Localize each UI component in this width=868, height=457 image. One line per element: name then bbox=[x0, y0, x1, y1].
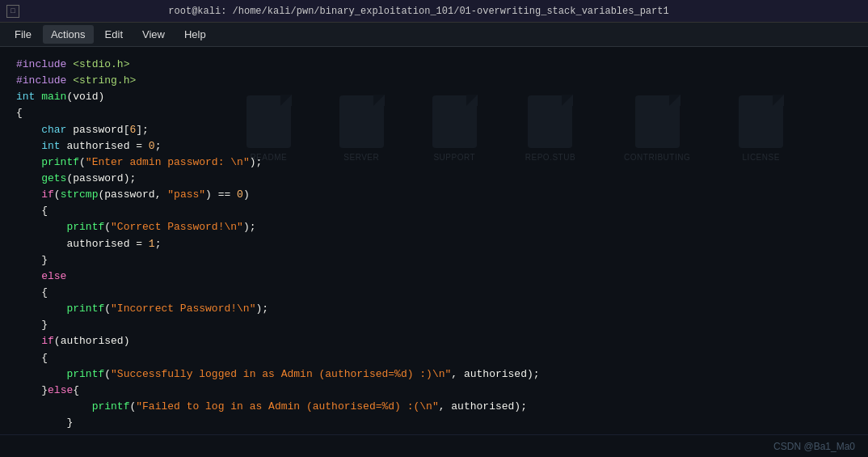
code-line-1: #include <stdio.h> bbox=[16, 57, 852, 73]
code-line-16: } bbox=[16, 252, 852, 269]
title-bar-title: root@kali: /home/kali/pwn/binary_exploit… bbox=[168, 6, 668, 17]
code-line-23: { bbox=[16, 350, 852, 366]
menu-item-edit[interactable]: Edit bbox=[97, 25, 131, 44]
menu-bar: File Actions Edit View Help bbox=[0, 23, 868, 47]
menu-item-help[interactable]: Help bbox=[176, 25, 214, 44]
menu-item-actions[interactable]: Actions bbox=[43, 25, 94, 44]
code-line-13: { bbox=[16, 203, 852, 219]
menu-item-view[interactable]: View bbox=[134, 25, 173, 44]
code-line-27: } bbox=[16, 415, 852, 431]
title-bar: □ root@kali: /home/kali/pwn/binary_explo… bbox=[0, 0, 868, 23]
code-line-24: printf("Successfully logged in as Admin … bbox=[16, 366, 852, 383]
code-line-26: printf("Failed to log in as Admin (autho… bbox=[16, 399, 852, 415]
code-line-9: printf("Enter admin password: \n"); bbox=[16, 154, 852, 171]
code-line-15: authorised = 1; bbox=[16, 236, 852, 252]
code-line-7: int authorised = 0; bbox=[16, 138, 852, 154]
code-line-12: if(strcmp(password, "pass") == 0) bbox=[16, 187, 852, 203]
code-line-18: { bbox=[16, 285, 852, 301]
title-bar-left: □ bbox=[6, 5, 24, 18]
code-line-20: } bbox=[16, 317, 852, 333]
menu-item-file[interactable]: File bbox=[6, 25, 40, 44]
footer-credit: CSDN @Ba1_Ma0 bbox=[773, 441, 855, 452]
code-line-22: if(authorised) bbox=[16, 333, 852, 349]
footer: CSDN @Ba1_Ma0 bbox=[0, 434, 868, 457]
code-line-19: printf("Incorrect Password!\n"); bbox=[16, 301, 852, 317]
code-line-29: return 0; bbox=[16, 431, 852, 434]
code-line-25: }else{ bbox=[16, 383, 852, 399]
code-line-4: int main(void) bbox=[16, 89, 852, 105]
code-line-17: else bbox=[16, 269, 852, 285]
code-line-5: { bbox=[16, 105, 852, 121]
code-line-10: gets(password); bbox=[16, 171, 852, 187]
code-line-6: char password[6]; bbox=[16, 122, 852, 138]
code-area: README SERVER SUPPORT REPO.STUB CONTRIBU… bbox=[0, 47, 868, 434]
window-icon: □ bbox=[6, 5, 19, 18]
code-content: #include <stdio.h> #include <string.h> i… bbox=[0, 53, 868, 434]
code-line-2: #include <string.h> bbox=[16, 73, 852, 89]
code-line-14: printf("Correct Password!\n"); bbox=[16, 219, 852, 235]
